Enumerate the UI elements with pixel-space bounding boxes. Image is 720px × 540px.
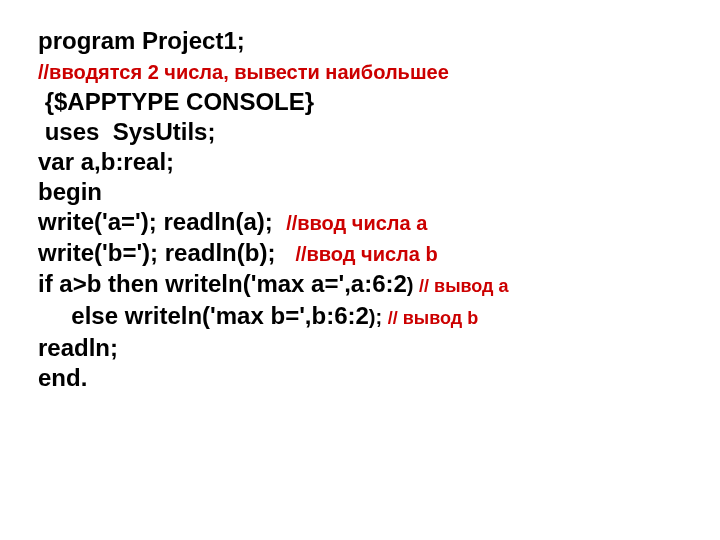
code-line-9: if a>b then writeln('max a=',a:6:2) // в… — [38, 269, 720, 301]
code-line-8: write('b='); readln(b); //ввод числа b — [38, 238, 720, 269]
code-text: write('b='); readln(b); — [38, 239, 295, 266]
code-line-10: else writeln('max b=',b:6:2); // вывод b — [38, 301, 720, 333]
code-line-1: program Project1; — [38, 26, 720, 56]
code-text: write('a='); readln(a); — [38, 208, 286, 235]
code-line-6: begin — [38, 177, 720, 207]
code-text: else writeln('max b=',b:6:2 — [38, 302, 369, 329]
code-line-5: var a,b:real; — [38, 147, 720, 177]
code-text: if a>b then writeln('max a=',a:6:2 — [38, 270, 407, 297]
code-line-12: end. — [38, 363, 720, 393]
comment-text: // вывод a — [419, 276, 508, 296]
code-tail: ) — [407, 274, 419, 296]
code-line-2: //вводятся 2 числа, вывести наибольшее — [38, 56, 720, 87]
comment-text: //ввод числа b — [295, 243, 437, 265]
code-tail: ); — [369, 306, 388, 328]
code-slide: program Project1; //вводятся 2 числа, вы… — [0, 0, 720, 393]
comment-text: //ввод числа а — [286, 212, 427, 234]
code-line-3: {$APPTYPE CONSOLE} — [38, 87, 720, 117]
comment-text: //вводятся 2 числа, вывести наибольшее — [38, 61, 449, 83]
code-line-11: readln; — [38, 333, 720, 363]
comment-text: // вывод b — [388, 308, 478, 328]
code-line-7: write('a='); readln(a); //ввод числа а — [38, 207, 720, 238]
code-line-4: uses SysUtils; — [38, 117, 720, 147]
